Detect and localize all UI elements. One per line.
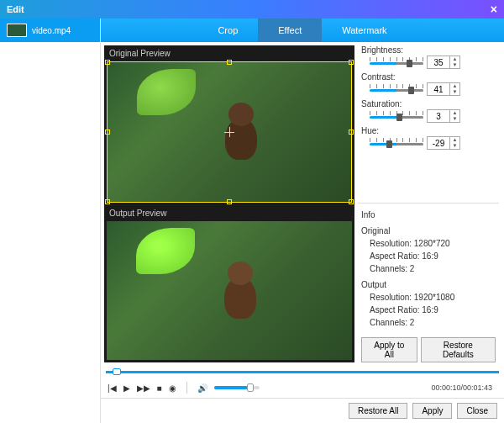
volume-icon[interactable]: 🔊 bbox=[197, 383, 207, 393]
brightness-slider[interactable] bbox=[370, 57, 423, 67]
next-button[interactable]: ▶▶ bbox=[137, 383, 150, 393]
file-thumbnail bbox=[7, 24, 27, 37]
original-resolution: 1280*720 bbox=[414, 239, 450, 248]
crop-handle[interactable] bbox=[105, 130, 110, 135]
restore-defaults-button[interactable]: Restore Defaults bbox=[421, 337, 496, 362]
original-preview[interactable] bbox=[107, 61, 352, 203]
close-button[interactable]: Close bbox=[457, 403, 497, 419]
output-preview-label: Output Preview bbox=[104, 205, 354, 221]
output-aspect: 16:9 bbox=[422, 305, 438, 315]
hue-label: Hue: bbox=[358, 126, 499, 135]
tab-watermark[interactable]: Watermark bbox=[322, 19, 407, 42]
contrast-spinner[interactable]: ▲▼ bbox=[427, 82, 460, 96]
tab-effect[interactable]: Effect bbox=[258, 19, 322, 42]
spin-down-icon[interactable]: ▼ bbox=[450, 143, 459, 149]
info-heading: Info bbox=[361, 209, 496, 221]
info-output-label: Output bbox=[361, 278, 496, 291]
crop-handle[interactable] bbox=[349, 60, 354, 65]
saturation-slider[interactable] bbox=[370, 111, 423, 121]
close-icon[interactable]: × bbox=[491, 3, 497, 16]
crop-handle[interactable] bbox=[349, 130, 354, 135]
contrast-label: Contrast: bbox=[358, 72, 499, 82]
apply-button[interactable]: Apply bbox=[412, 403, 452, 419]
contrast-input[interactable] bbox=[428, 83, 449, 95]
spin-up-icon[interactable]: ▲ bbox=[450, 83, 459, 89]
volume-slider[interactable] bbox=[214, 386, 260, 389]
time-display: 00:00:10/00:01:43 bbox=[431, 383, 492, 392]
sidebar: video.mp4 bbox=[0, 19, 101, 423]
info-block: Info Original Resolution: 1280*720 Aspec… bbox=[358, 203, 499, 334]
hue-spinner[interactable]: ▲▼ bbox=[427, 136, 460, 150]
crop-handle[interactable] bbox=[227, 60, 232, 65]
spin-up-icon[interactable]: ▲ bbox=[450, 110, 459, 116]
crop-handle[interactable] bbox=[105, 60, 110, 65]
tab-crop[interactable]: Crop bbox=[197, 19, 258, 42]
stop-button[interactable]: ■ bbox=[157, 383, 162, 393]
window-title: Edit bbox=[7, 4, 24, 14]
crop-center-icon[interactable] bbox=[224, 127, 234, 137]
hue-slider[interactable] bbox=[370, 138, 423, 148]
original-aspect: 16:9 bbox=[422, 251, 438, 261]
original-channels: 2 bbox=[410, 264, 415, 273]
tabs: Crop Effect Watermark bbox=[101, 19, 504, 42]
saturation-label: Saturation: bbox=[358, 99, 499, 108]
timeline[interactable] bbox=[106, 367, 499, 376]
spin-down-icon[interactable]: ▼ bbox=[450, 89, 459, 95]
restore-all-button[interactable]: Restore All bbox=[349, 403, 407, 419]
crop-handle[interactable] bbox=[227, 199, 232, 204]
file-list-item[interactable]: video.mp4 bbox=[0, 19, 100, 42]
saturation-input[interactable] bbox=[428, 110, 449, 122]
preview-column: Original Preview Output Preview bbox=[104, 45, 354, 362]
crop-handle[interactable] bbox=[349, 199, 354, 204]
hue-input[interactable] bbox=[428, 137, 449, 149]
output-resolution: 1920*1080 bbox=[414, 293, 454, 302]
spin-up-icon[interactable]: ▲ bbox=[450, 137, 459, 143]
play-button[interactable]: ▶ bbox=[123, 383, 130, 393]
crop-handle[interactable] bbox=[105, 199, 110, 204]
apply-to-all-button[interactable]: Apply to All bbox=[361, 337, 417, 362]
spin-up-icon[interactable]: ▲ bbox=[450, 56, 459, 62]
prev-button[interactable]: |◀ bbox=[108, 383, 117, 393]
file-name: video.mp4 bbox=[32, 26, 71, 35]
playbar: |◀ ▶ ▶▶ ■ ◉ 🔊 00:00:10/00:01:43 bbox=[101, 378, 504, 398]
spin-down-icon[interactable]: ▼ bbox=[450, 116, 459, 122]
brightness-label: Brightness: bbox=[358, 45, 499, 55]
output-channels: 2 bbox=[410, 318, 415, 327]
contrast-slider[interactable] bbox=[370, 84, 423, 94]
output-preview bbox=[107, 221, 352, 361]
spin-down-icon[interactable]: ▼ bbox=[450, 62, 459, 68]
timeline-thumb[interactable] bbox=[113, 368, 121, 375]
brightness-input[interactable] bbox=[428, 56, 449, 68]
controls-column: Brightness: ▲▼ Contrast: bbox=[358, 45, 499, 362]
footer: Restore All Apply Close bbox=[101, 398, 504, 423]
info-original-label: Original bbox=[361, 225, 496, 237]
titlebar: Edit × bbox=[0, 0, 504, 19]
brightness-spinner[interactable]: ▲▼ bbox=[427, 56, 460, 69]
snapshot-button[interactable]: ◉ bbox=[169, 383, 176, 393]
saturation-spinner[interactable]: ▲▼ bbox=[427, 109, 460, 123]
